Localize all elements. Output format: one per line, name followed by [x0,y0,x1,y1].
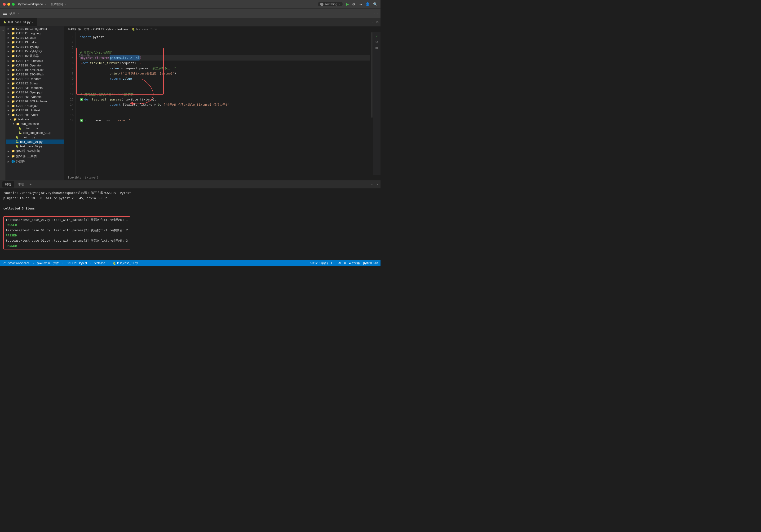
tab-test-case-01[interactable]: 🐍 test_case_01.py × [0,18,37,26]
code-editor[interactable]: 1 2 3 4 5 6 7 8 9 10 11 12 13 14 15 16 1 [64,32,373,175]
sidebar-item-label: CASE25: Pydantic [16,95,41,99]
code-line-12: # 测试函数，接收来自fixture的参数 [80,92,370,97]
sidebar-item-case18[interactable]: ▶ 📁 CASE18: Operator [6,63,64,68]
sidebar-item-label: CASE29: Pytest [16,113,38,117]
code-line-9: return value [80,76,370,81]
settings-icon[interactable]: ⚙ [352,2,355,6]
search-icon[interactable]: 🔍 [373,2,378,6]
sidebar-item-case13[interactable]: ▶ 📁 CASE13: Faker [6,40,64,44]
sidebar-item-label: CASE18: Operator [16,64,42,67]
version-control-label[interactable]: 版本控制 [51,2,63,6]
sidebar-item-test-case-02[interactable]: 🐍 test_case_02.py [6,144,64,148]
sidebar-item-case24[interactable]: ▶ 📁 CASE24: Openpyxl [6,90,64,95]
sidebar-item-case19[interactable]: ▶ 📁 CASE19: XmlToDict [6,68,64,72]
code-line-16 [80,113,370,118]
sidebar-item-init[interactable]: 🐍 __init__.py [6,135,64,139]
sidebar-item-case15[interactable]: ▶ 📁 CASE15: PyMySQL [6,49,64,53]
code-line-4: # 灵活的fixture配置 [80,50,370,55]
status-position[interactable]: 5:33 (16 字符) [310,261,328,265]
terminal-content[interactable]: rootdir: /Users/yangkai/PythonWorkspace/… [0,188,380,260]
expand-icon: ▶ [8,50,11,52]
sidebar-item-init-sub[interactable]: 🐍 __init__.py [6,126,64,131]
sidebar-item-case21[interactable]: ▶ 📁 CASE21: Random [6,77,64,81]
sidebar-item-case50[interactable]: ▶ 📁 第50课: Web框架 [6,148,64,154]
sidebar-item-case12[interactable]: ▶ 📁 CASE12: Json [6,35,64,40]
git-icon: ⎇ [2,261,6,265]
dots-menu-icon[interactable]: ··· [0,28,5,33]
breadcrumb-path1: 第49课: 第三方库 [68,27,89,31]
minimize-button[interactable] [7,3,10,6]
status-encoding[interactable]: UTF-8 [338,261,346,265]
sidebar: ▶ 📁 CASE10: Configparser ▶ 📁 CASE11: Log… [6,27,64,180]
status-line-ending[interactable]: LF [331,261,334,265]
version-chevron-icon: ⌄ [64,3,67,6]
vertical-scrollbar[interactable] [370,32,373,175]
tab-local[interactable]: 本地 [15,181,27,187]
assert-expr: flexible_fixture [123,102,152,107]
sidebar-item-case51[interactable]: ▶ 📁 第51课: 工具类 [6,154,64,159]
sidebar-item-label: test_case_02.py [20,144,43,148]
expand-icon: ▶ [8,95,11,98]
sidebar-item-case16[interactable]: ▶ 📁 CASE16: 装饰器 [6,53,64,59]
code-content[interactable]: import pytest # 灵活的fixture配置 @pytest.fix… [76,32,370,175]
status-bar: ⎇ PythonWorkspace › 第49课: 第三方库 › CASE29:… [0,260,380,266]
status-language[interactable]: python 3.85 [363,261,378,265]
sidebar-item-case14[interactable]: ▶ 📁 CASE14: Typing [6,44,64,49]
expand-icon: ▶ [8,32,11,34]
sidebar-item-external[interactable]: ▶ 🌐 外部库 [6,159,64,164]
code-line-8: print(f"灵活的fixture参数值: {value}") [80,71,370,76]
python-file-icon: 🐍 [3,21,7,24]
split-editor-icon[interactable]: ⧉ [375,21,380,24]
expand-icon: ▶ [8,109,11,112]
profile-area[interactable]: somthing ⌄ [318,2,343,6]
sidebar-item-case11[interactable]: ▶ 📁 CASE11: Logging [6,31,64,35]
tab-close-icon[interactable]: × [32,21,33,24]
tab-more-icon[interactable]: ⋯ [368,20,375,24]
sidebar-item-label: test_case_01.py [20,140,43,143]
sidebar-item-case22[interactable]: ▶ 📁 CASE22: String [6,81,64,85]
add-terminal-button[interactable]: + [28,182,33,187]
expand-icon: ▶ [8,69,11,71]
panel-close-area: ⋯ × [371,183,378,186]
tab-terminal[interactable]: 终端 [2,181,14,187]
folder-icon: 📁 [11,32,15,35]
terminal-test-3: testcase/test_case_01.py::test_with_para… [6,238,128,243]
settings-right-icon[interactable]: ⚙ [375,40,378,44]
run-line-button-17[interactable]: ▶ [80,119,83,122]
sidebar-item-case10[interactable]: ▶ 📁 CASE10: Configparser [6,27,64,31]
sidebar-item-case17[interactable]: ▶ 📁 CASE17: Functools [6,59,64,63]
expand-icon: ▶ [8,78,11,80]
terminal-dropdown-icon[interactable]: ⌄ [35,183,38,186]
status-spaces[interactable]: 4 个空格 [349,261,360,265]
grid-icon[interactable]: ⊞ [375,46,378,50]
sidebar-item-case26[interactable]: ▶ 📁 CASE26: SQLAlchemy [6,99,64,104]
sidebar-item-label: CASE15: PyMySQL [16,49,43,53]
sidebar-item-sub-testcase[interactable]: ▼ 📁 sub_testcase [6,122,64,126]
panel-more-icon[interactable]: ⋯ [371,183,374,186]
panel-close-icon[interactable]: × [376,183,378,186]
sidebar-item-label: CASE23: Requests [16,86,43,90]
dots-icon[interactable]: ⋯ [374,11,378,15]
sidebar-item-test-sub-01[interactable]: 🐍 test_sub_case_01.p [6,131,64,135]
dunder-name: __name__ [90,118,105,123]
sidebar-item-case29[interactable]: ▼ 📁 CASE29: Pytest [6,113,64,117]
sidebar-item-case25[interactable]: ▶ 📁 CASE25: Pydantic [6,95,64,99]
variable: value [110,66,119,71]
status-sep4: › [108,261,109,265]
sidebar-item-testcase[interactable]: ▼ 📁 testcase [6,117,64,122]
account-icon[interactable]: 👤 [365,2,370,6]
sidebar-item-test-case-01[interactable]: 🐍 test_case_01.py [6,139,64,144]
sidebar-item-case20[interactable]: ▶ 📁 CASE20: JSONPath [6,72,64,77]
more-icon[interactable]: ⋯ [359,2,362,6]
sidebar-item-case23[interactable]: ▶ 📁 CASE23: Requests [6,85,64,90]
sidebar-toggle-icon[interactable] [2,11,8,16]
close-button[interactable] [3,3,6,6]
sidebar-item-case28[interactable]: ▶ 📁 CASE28: Unittest [6,108,64,113]
run-icon[interactable]: ▶ [346,2,349,6]
app-name: PythonWorkspace [18,2,43,6]
svg-rect-0 [3,12,7,12]
paren: ( [119,71,121,76]
status-sep1: › [33,261,34,265]
sidebar-item-case27[interactable]: ▶ 📁 CASE27: Jinja2 [6,104,64,108]
maximize-button[interactable] [12,3,15,6]
